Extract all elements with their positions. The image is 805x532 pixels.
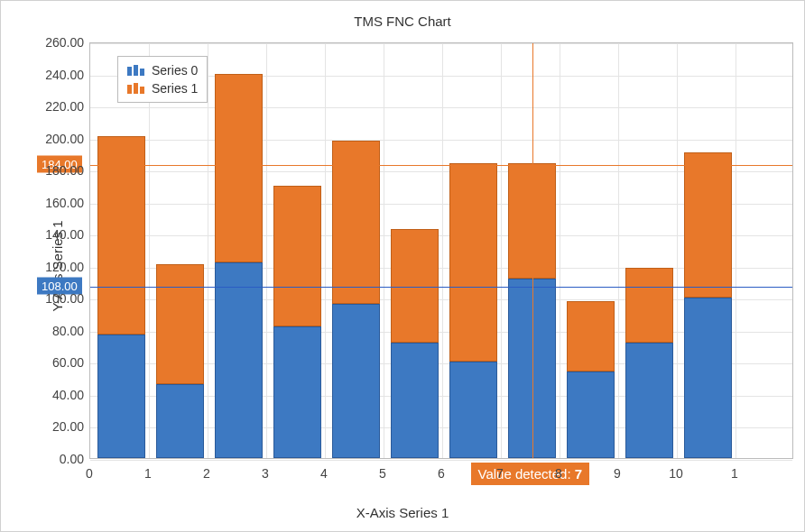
svg-rect-5: [140, 87, 144, 94]
bar-series-1[interactable]: [684, 152, 732, 298]
y-tick: 240.00: [30, 68, 84, 82]
svg-rect-2: [140, 69, 144, 76]
legend-label-series-1: Series 1: [152, 81, 198, 96]
y-tick: 200.00: [30, 132, 84, 146]
y-tick: 100.00: [30, 291, 84, 306]
y-tick: 260.00: [30, 35, 84, 50]
bar-series-0[interactable]: [567, 371, 615, 458]
x-tick: 1: [144, 466, 152, 481]
chart-title: TMS FNC Chart: [1, 14, 804, 29]
y-tick: 160.00: [30, 196, 84, 210]
x-tick: 4: [320, 466, 328, 481]
crosshair-vertical: [532, 43, 533, 458]
bar-series-0[interactable]: [97, 335, 145, 458]
svg-rect-1: [134, 65, 138, 76]
bar-series-1[interactable]: [273, 186, 321, 326]
bar-series-1[interactable]: [567, 301, 615, 371]
x-tick: 0: [86, 466, 93, 481]
y-tick: 40.00: [30, 388, 84, 402]
y-tick: 180.00: [30, 163, 84, 178]
bar-series-0[interactable]: [273, 326, 321, 458]
bar-series-0[interactable]: [625, 343, 673, 458]
y-tick: 80.00: [30, 324, 84, 338]
plot-area[interactable]: Series 0 Series 1: [89, 42, 793, 459]
bar-series-1[interactable]: [156, 264, 204, 384]
bar-series-0[interactable]: [449, 362, 497, 458]
x-tick: 2: [203, 466, 210, 481]
x-tick: 8: [555, 466, 562, 481]
chart-container: TMS FNC Chart Y-Axis Series 1 Series 0 S…: [0, 0, 805, 532]
bar-series-0[interactable]: [156, 384, 204, 458]
bar-series-1[interactable]: [391, 229, 439, 343]
bar-series-0[interactable]: [391, 343, 439, 458]
bar-series-1[interactable]: [625, 268, 673, 344]
legend: Series 0 Series 1: [117, 56, 208, 103]
value-detected-value: 7: [575, 466, 582, 482]
legend-swatch-series-0: [127, 65, 145, 76]
reference-line: [90, 287, 792, 288]
value-detected-tooltip: Value detected: 7: [471, 463, 590, 485]
bar-series-1[interactable]: [449, 163, 497, 362]
x-tick: 9: [614, 466, 621, 481]
svg-rect-3: [127, 85, 132, 94]
x-tick: 10: [669, 466, 683, 481]
svg-rect-0: [127, 67, 132, 76]
legend-item-series-0[interactable]: Series 0: [127, 61, 198, 79]
reference-line: [90, 165, 792, 166]
y-tick: 0.00: [30, 452, 84, 466]
x-axis-label: X-Axis Series 1: [1, 505, 804, 520]
bar-series-0[interactable]: [332, 304, 380, 458]
y-tick: 20.00: [30, 419, 84, 434]
x-tick: 7: [496, 466, 504, 481]
y-tick: 120.00: [30, 260, 84, 274]
y-tick: 220.00: [30, 99, 84, 114]
x-tick: 1: [731, 466, 738, 481]
legend-label-series-0: Series 0: [152, 63, 198, 78]
bar-series-0[interactable]: [215, 262, 263, 458]
legend-swatch-series-1: [127, 83, 145, 94]
x-tick: 6: [438, 466, 445, 481]
y-tick: 60.00: [30, 355, 84, 370]
bar-series-1[interactable]: [215, 74, 263, 263]
y-tick: 140.00: [30, 227, 84, 242]
legend-item-series-1[interactable]: Series 1: [127, 79, 198, 97]
bar-series-0[interactable]: [684, 298, 732, 458]
x-tick: 3: [262, 466, 269, 481]
x-tick: 5: [379, 466, 386, 481]
svg-rect-4: [134, 83, 138, 94]
